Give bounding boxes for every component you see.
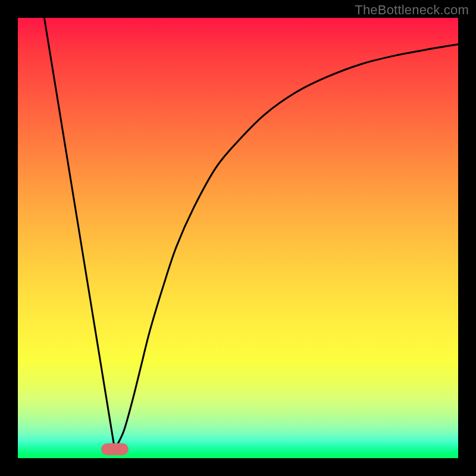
bottleneck-curve	[18, 18, 458, 458]
watermark-text: TheBottleneck.com	[355, 2, 469, 18]
chart-frame: TheBottleneck.com	[0, 0, 476, 476]
plot-area	[18, 18, 458, 458]
optimum-marker	[101, 443, 129, 455]
